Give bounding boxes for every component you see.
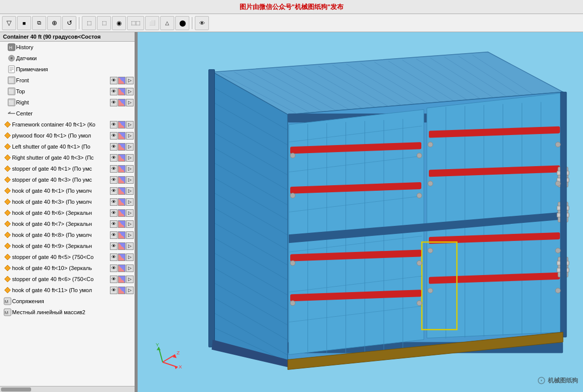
tree-item[interactable]: MСопряжения xyxy=(0,296,135,307)
visibility-toggle-icon[interactable]: 👁 xyxy=(110,165,118,173)
tree-item[interactable]: stopper of gate 40 ft<3> (По умс👁▷ xyxy=(0,174,135,185)
visibility-toggle-icon[interactable]: 👁 xyxy=(110,220,118,228)
hscroll-thumb[interactable] xyxy=(1,387,31,391)
color-icon[interactable] xyxy=(118,220,126,228)
expand-icon[interactable]: ▷ xyxy=(126,198,134,206)
visibility-toggle-icon[interactable]: 👁 xyxy=(110,287,118,294)
tree-content[interactable]: HHistoryДатчикиПримечания⬜Front👁▷⬜Top👁▷⬜… xyxy=(0,42,135,386)
visibility-toggle-icon[interactable]: 👁 xyxy=(110,143,118,151)
tree-item[interactable]: stopper of gate 40 ft<5> (750<Со👁▷ xyxy=(0,251,135,263)
toolbar-btn-2[interactable]: ⬚ xyxy=(97,16,111,30)
expand-icon[interactable]: ▷ xyxy=(126,143,134,151)
expand-icon[interactable]: ▷ xyxy=(126,209,134,217)
expand-icon[interactable]: ▷ xyxy=(126,121,134,128)
visibility-toggle-icon[interactable]: 👁 xyxy=(110,187,118,195)
color-icon[interactable] xyxy=(118,198,126,206)
color-icon[interactable] xyxy=(118,143,126,151)
tree-item[interactable]: hook of gate 40 ft<8> (По умолч👁▷ xyxy=(0,229,135,240)
visibility-toggle-icon[interactable]: 👁 xyxy=(110,77,118,84)
tree-item[interactable]: Right shutter of gate 40 ft<3> (Пс👁▷ xyxy=(0,152,135,163)
tree-item[interactable]: HHistory xyxy=(0,42,135,53)
viewport-3d[interactable]: Z X Y ⊙ 机械图纸狗 xyxy=(138,32,583,392)
toolbar-btn-6[interactable]: △ xyxy=(160,16,174,30)
visibility-toggle-icon[interactable]: 👁 xyxy=(110,198,118,206)
tree-item[interactable]: stopper of gate 40 ft<6> (750<Со👁▷ xyxy=(0,274,135,285)
color-icon[interactable] xyxy=(118,176,126,184)
color-icon[interactable] xyxy=(118,132,126,140)
visibility-toggle-icon[interactable]: 👁 xyxy=(110,209,118,217)
color-icon[interactable] xyxy=(118,187,126,195)
filter-btn[interactable]: ▽ xyxy=(2,16,16,30)
expand-icon[interactable]: ▷ xyxy=(126,253,134,261)
color-icon[interactable] xyxy=(118,253,126,261)
expand-icon[interactable]: ▷ xyxy=(126,99,134,106)
color-icon[interactable] xyxy=(118,77,126,84)
expand-icon[interactable]: ▷ xyxy=(126,165,134,173)
rotate-btn[interactable]: ↺ xyxy=(62,16,76,30)
tree-item[interactable]: Left shutter of gate 40 ft<1> (По👁▷ xyxy=(0,141,135,152)
color-icon[interactable] xyxy=(118,242,126,250)
tree-item[interactable]: Примечания xyxy=(0,64,135,75)
visibility-toggle-icon[interactable]: 👁 xyxy=(110,242,118,250)
color-icon[interactable] xyxy=(118,287,126,294)
toolbar-btn-5[interactable]: ⬜ xyxy=(145,16,159,30)
visibility-toggle-icon[interactable]: 👁 xyxy=(110,176,118,184)
tree-item[interactable]: hook of gate 40 ft<1> (По умолч👁▷ xyxy=(0,185,135,196)
tree-item[interactable]: hook of gate 40 ft<10> (Зеркаль👁▷ xyxy=(0,263,135,274)
tree-item[interactable]: Framework container 40 ft<1> (Ко👁▷ xyxy=(0,119,135,130)
svg-text:H: H xyxy=(9,45,13,50)
tree-item[interactable]: hook of gate 40 ft<9> (Зеркальн👁▷ xyxy=(0,240,135,251)
visibility-toggle-icon[interactable]: 👁 xyxy=(110,253,118,261)
toolbar-btn-3[interactable]: ◉ xyxy=(112,16,126,30)
visibility-toggle-icon[interactable]: 👁 xyxy=(110,276,118,283)
tree-item[interactable]: MМестный линейный массив2 xyxy=(0,307,135,318)
toolbar-btn-1[interactable]: ⬚ xyxy=(82,16,96,30)
color-icon[interactable] xyxy=(118,276,126,283)
copy-btn[interactable]: ⧉ xyxy=(32,16,46,30)
expand-icon[interactable]: ▷ xyxy=(126,176,134,184)
expand-icon[interactable]: ▷ xyxy=(126,242,134,250)
expand-icon[interactable]: ▷ xyxy=(126,132,134,140)
color-icon[interactable] xyxy=(118,99,126,106)
save-btn[interactable]: ■ xyxy=(17,16,31,30)
tree-item[interactable]: hook of gate 40 ft<7> (Зеркальн👁▷ xyxy=(0,218,135,229)
view-btn[interactable]: 👁 xyxy=(195,16,209,30)
visibility-toggle-icon[interactable]: 👁 xyxy=(110,231,118,239)
expand-icon[interactable]: ▷ xyxy=(126,220,134,228)
tree-item[interactable]: hook of gate 40 ft<3> (По умолч👁▷ xyxy=(0,196,135,207)
expand-icon[interactable]: ▷ xyxy=(126,265,134,272)
expand-icon[interactable]: ▷ xyxy=(126,88,134,95)
visibility-toggle-icon[interactable]: 👁 xyxy=(110,132,118,140)
tree-item[interactable]: ⬜Top👁▷ xyxy=(0,86,135,97)
color-icon[interactable] xyxy=(118,231,126,239)
expand-icon[interactable]: ▷ xyxy=(126,231,134,239)
tree-item[interactable]: hook of gate 40 ft<11> (По умол👁▷ xyxy=(0,285,135,296)
visibility-toggle-icon[interactable]: 👁 xyxy=(110,99,118,106)
visibility-toggle-icon[interactable]: 👁 xyxy=(110,265,118,272)
color-icon[interactable] xyxy=(118,265,126,272)
tree-item[interactable]: plywood floor 40 ft<1> (По умол👁▷ xyxy=(0,130,135,141)
crosshair-btn[interactable]: ⊕ xyxy=(47,16,61,30)
tree-item[interactable]: stopper of gate 40 ft<1> (По умс👁▷ xyxy=(0,163,135,174)
tree-item[interactable]: Датчики xyxy=(0,53,135,64)
expand-icon[interactable]: ▷ xyxy=(126,287,134,294)
expand-icon[interactable]: ▷ xyxy=(126,187,134,195)
tree-item[interactable]: Center xyxy=(0,108,135,119)
visibility-toggle-icon[interactable]: 👁 xyxy=(110,88,118,95)
tree-item[interactable]: ⬜Right👁▷ xyxy=(0,97,135,108)
color-icon[interactable] xyxy=(118,209,126,217)
toolbar-btn-7[interactable]: ⬤ xyxy=(175,16,189,30)
visibility-toggle-icon[interactable]: 👁 xyxy=(110,154,118,162)
visibility-toggle-icon[interactable]: 👁 xyxy=(110,121,118,128)
color-icon[interactable] xyxy=(118,165,126,173)
toolbar-btn-4[interactable]: ⬚⬚ xyxy=(127,16,144,30)
expand-icon[interactable]: ▷ xyxy=(126,154,134,162)
tree-item[interactable]: hook of gate 40 ft<6> (Зеркальн👁▷ xyxy=(0,207,135,218)
tree-item[interactable]: ⬜Front👁▷ xyxy=(0,75,135,86)
color-icon[interactable] xyxy=(118,121,126,128)
expand-icon[interactable]: ▷ xyxy=(126,276,134,283)
color-icon[interactable] xyxy=(118,88,126,95)
panel-hscrollbar[interactable] xyxy=(0,386,135,392)
expand-icon[interactable]: ▷ xyxy=(126,77,134,84)
color-icon[interactable] xyxy=(118,154,126,162)
